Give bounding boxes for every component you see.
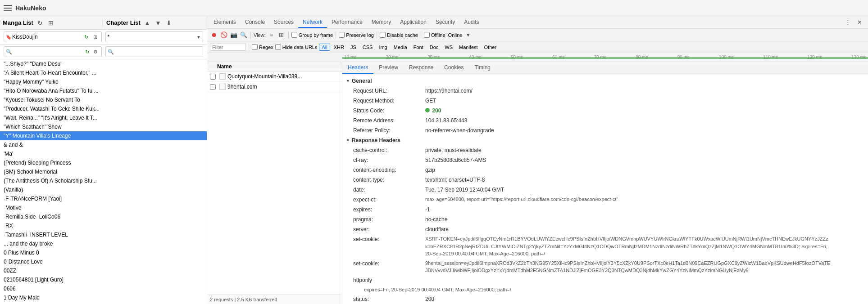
more-options-btn[interactable]: ▾ — [464, 31, 472, 39]
group-by-frame-checkbox[interactable] — [291, 32, 297, 38]
detail-tab-preview[interactable]: Preview — [373, 62, 404, 74]
manga-source-input[interactable] — [12, 34, 82, 40]
manga-list-item[interactable]: 1 Day My Maid — [0, 293, 207, 302]
manga-list-item[interactable]: "Wait, Reina..." "It's Alright, Leave It… — [0, 113, 207, 122]
offline-checkbox[interactable] — [424, 32, 430, 38]
file-checkbox[interactable] — [210, 84, 216, 90]
devtools-tab-sources[interactable]: Sources — [269, 17, 298, 28]
manga-list-item[interactable]: "Which Scathach" Show — [0, 122, 207, 131]
devtools-tab-performance[interactable]: Performance — [327, 17, 367, 28]
manga-list-item[interactable]: "Producer, Watashi To Cekc Shite Kuk... — [0, 104, 207, 113]
manga-list-item[interactable]: 00ZZ — [0, 266, 207, 275]
file-checkbox[interactable] — [210, 74, 216, 80]
manga-source-extra-btn[interactable]: ⊞ — [91, 33, 100, 41]
section-header-general[interactable]: General — [346, 76, 864, 86]
manga-list-item[interactable]: 0606 — [0, 284, 207, 293]
chapter-search-text-input[interactable] — [115, 49, 201, 55]
manga-list-item[interactable]: 0 Plus Minus 0 — [0, 248, 207, 257]
devtools-settings-btn[interactable]: ⋮ — [843, 18, 853, 27]
manga-list-item[interactable]: (The Antithesis Of) A Scholarship Stu... — [0, 176, 207, 185]
detail-key: date: — [353, 186, 425, 194]
view-grid-btn[interactable]: ⊞ — [277, 31, 286, 39]
manga-list-item[interactable]: "Hito O Norowaba Ana Futatsu" To Iu ... — [0, 86, 207, 95]
manga-search-extra-btn[interactable]: ↻ — [83, 48, 91, 56]
chapter-up-button[interactable]: ▲ — [143, 19, 151, 27]
manga-list-item[interactable]: "Kyousei Tokusei No Servant To — [0, 95, 207, 104]
disable-cache-checkbox[interactable] — [380, 32, 386, 38]
manga-list-item[interactable]: (Vanilla) — [0, 185, 207, 194]
section-header-response-headers[interactable]: Response Headers — [346, 135, 864, 145]
devtools-close-btn[interactable]: ✕ — [854, 18, 864, 27]
detail-key: set-cookie: — [353, 259, 425, 274]
clear-button[interactable]: 🚫 — [220, 31, 228, 39]
manga-list-item[interactable]: -Tamashii- INSERT LEVEL — [0, 230, 207, 239]
manga-list-item[interactable]: "Y" Mountain Villa's Lineage — [0, 131, 207, 140]
manga-list-item[interactable]: 'Ma' — [0, 149, 207, 158]
filter-type-all[interactable]: All — [319, 44, 330, 51]
regex-checkbox[interactable] — [252, 44, 258, 50]
chapter-download-button[interactable]: ⬇ — [165, 19, 173, 27]
file-list-item[interactable]: Quotyquot-Mountain-Villa039... — [207, 72, 342, 82]
manga-refresh-button[interactable]: ↻ — [36, 19, 44, 27]
manga-list-item[interactable]: -F-TRANceFORM [Yaoi] — [0, 194, 207, 203]
preserve-log-checkbox[interactable] — [339, 32, 345, 38]
view-list-btn[interactable]: ≡ — [268, 31, 276, 39]
filter-type-manifest[interactable]: Manifest — [456, 44, 481, 51]
manga-list-item[interactable]: (SM) School Memorial — [0, 167, 207, 176]
manga-list-item[interactable]: "Happy Mommy" Yuiko — [0, 77, 207, 86]
devtools-tab-console[interactable]: Console — [241, 17, 269, 28]
manga-list-item[interactable]: -RX- — [0, 221, 207, 230]
devtools-tab-network[interactable]: Network — [298, 17, 327, 28]
filter-type-img[interactable]: Img — [376, 44, 390, 51]
filter-type-ws[interactable]: WS — [442, 44, 455, 51]
offline-label-wrap[interactable]: Offline — [424, 32, 445, 38]
menu-icon[interactable] — [4, 5, 12, 11]
manga-list-item[interactable]: -Motive- — [0, 203, 207, 212]
filter-type-xhr[interactable]: XHR — [331, 44, 347, 51]
detail-key: pragma: — [353, 215, 425, 224]
chapter-down-button[interactable]: ▼ — [154, 19, 162, 27]
manga-search-input[interactable] — [14, 49, 83, 55]
manga-list-item[interactable]: & and & — [0, 140, 207, 149]
manga-add-button[interactable]: ⊞ — [47, 19, 55, 27]
filter-input[interactable] — [210, 44, 246, 51]
manga-list-item[interactable]: -Remilia Side- LoliCo06 — [0, 212, 207, 221]
detail-tab-timing[interactable]: Timing — [469, 62, 496, 74]
manga-list-item[interactable]: (Pretend) Sleeping Princess — [0, 158, 207, 167]
detail-value: cloudflare — [425, 225, 449, 233]
manga-source-refresh-btn[interactable]: ↻ — [82, 33, 91, 41]
filter-type-font[interactable]: Font — [411, 44, 426, 51]
manga-list-item[interactable]: ... and the day broke — [0, 239, 207, 248]
filter-type-media[interactable]: Media — [391, 44, 410, 51]
hide-data-urls-checkbox[interactable] — [275, 44, 281, 50]
disable-cache-label[interactable]: Disable cache — [380, 32, 418, 38]
chapter-search-input[interactable] — [108, 34, 196, 40]
manga-list-item[interactable]: "...Shiyo?" "Dame Desu" — [0, 59, 207, 68]
filter-type-other[interactable]: Other — [482, 44, 500, 51]
group-by-frame-label[interactable]: Group by frame — [291, 32, 333, 38]
manga-list-item[interactable]: 0210564801 [Light Guro] — [0, 275, 207, 284]
filter-type-doc[interactable]: Doc — [427, 44, 441, 51]
manga-search-row: 🔍 ↻ ⚙ 🔍 — [0, 45, 207, 59]
filter-toggle-btn[interactable]: 🔍 — [240, 31, 248, 39]
file-list-item[interactable]: 9hentai.com — [207, 82, 342, 92]
manga-list-item[interactable]: 1 Kai 500 Yen — [0, 302, 207, 304]
devtools-tab-elements[interactable]: Elements — [209, 17, 241, 28]
devtools-tab-security[interactable]: Security — [431, 17, 459, 28]
devtools-tab-application[interactable]: Application — [395, 17, 431, 28]
devtools-tab-audits[interactable]: Audits — [459, 17, 483, 28]
capture-screenshot-btn[interactable]: 📷 — [230, 31, 238, 39]
manga-list-item[interactable]: "A Silent Heart-To-Heart Encounter," ... — [0, 68, 207, 77]
regex-label[interactable]: Regex — [252, 44, 273, 50]
filter-type-js[interactable]: JS — [348, 44, 359, 51]
record-button[interactable]: ⏺ — [210, 31, 218, 39]
manga-search-settings-btn[interactable]: ⚙ — [91, 48, 100, 56]
hide-data-urls-label[interactable]: Hide data URLs — [275, 44, 318, 50]
filter-type-css[interactable]: CSS — [360, 44, 376, 51]
devtools-tab-memory[interactable]: Memory — [367, 17, 395, 28]
preserve-log-label[interactable]: Preserve log — [339, 32, 374, 38]
detail-tab-cookies[interactable]: Cookies — [439, 62, 469, 74]
detail-tab-response[interactable]: Response — [404, 62, 439, 74]
manga-list-item[interactable]: 0-Distance Love — [0, 257, 207, 266]
detail-tab-headers[interactable]: Headers — [342, 62, 373, 74]
